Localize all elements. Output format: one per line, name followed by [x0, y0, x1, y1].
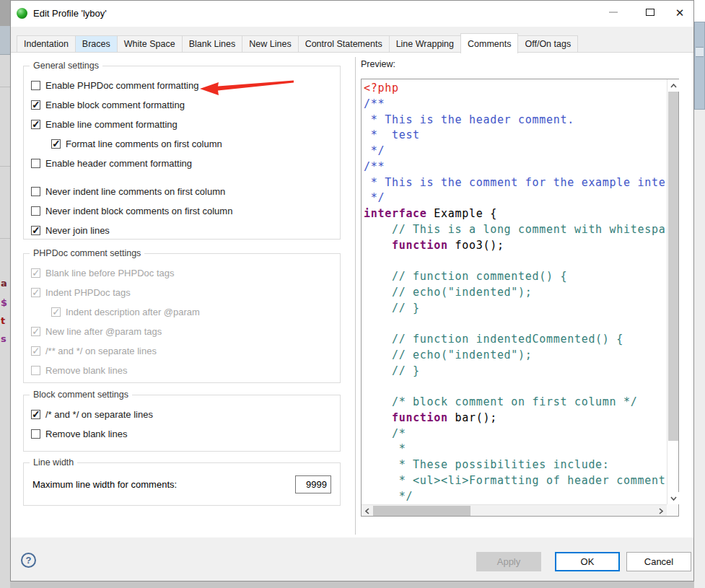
code-line: interface Example { — [364, 206, 666, 222]
tab-page-comments: General settingsEnable PHPDoc comment fo… — [11, 52, 693, 538]
line-width-label: Maximum line width for comments: — [32, 479, 177, 490]
checkbox-label: Indent PHPDoc tags — [45, 287, 131, 298]
vertical-scrollbar-thumb[interactable] — [668, 92, 678, 441]
checkbox-row-enable-header-comment-formatting[interactable]: Enable header comment formatting — [24, 154, 340, 173]
code-line: // } — [364, 301, 666, 317]
background-text-fragment: t — [1, 315, 10, 326]
unchecked-checkbox-icon[interactable] — [31, 206, 40, 216]
group-phpdoc-comment-settings: PHPDoc comment settingsBlank line before… — [23, 253, 341, 383]
checkbox-row-enable-phpdoc-comment-formatting[interactable]: Enable PHPDoc comment formatting — [24, 76, 340, 95]
code-line: function foo3(); — [364, 238, 666, 254]
checked-checkbox-icon — [51, 307, 61, 317]
checked-checkbox-icon — [31, 268, 40, 278]
tab-indentation[interactable]: Indentation — [17, 35, 76, 53]
checkbox-row-format-line-comments-on-first-column[interactable]: Format line comments on first column — [24, 134, 340, 154]
settings-panel: General settingsEnable PHPDoc comment fo… — [11, 53, 355, 538]
background-block — [0, 26, 10, 55]
background-scrollbar-thumb — [696, 47, 704, 57]
help-icon: ? — [26, 555, 32, 566]
code-line: */ — [364, 144, 666, 159]
code-line: // echo("indented"); — [364, 348, 666, 364]
tab-control-statements[interactable]: Control Statements — [298, 35, 390, 53]
code-line — [364, 253, 666, 269]
code-line: // This is a long comment with whitespac… — [364, 222, 666, 238]
checked-checkbox-icon[interactable] — [31, 120, 40, 129]
scroll-down-button[interactable] — [667, 492, 679, 504]
checkbox-row-never-join-lines[interactable]: Never join lines — [24, 221, 340, 240]
titlebar[interactable]: Edit Profile 'lyboy' ✕ — [11, 1, 693, 27]
preview-horizontal-scrollbar[interactable] — [362, 504, 667, 516]
background-block — [0, 0, 10, 26]
close-button[interactable]: ✕ — [665, 1, 694, 24]
unchecked-checkbox-icon[interactable] — [31, 187, 40, 196]
checkbox-label: Enable line comment formatting — [45, 119, 178, 130]
panel-divider — [355, 57, 356, 535]
unchecked-checkbox-icon[interactable] — [31, 81, 40, 90]
tab-comments[interactable]: Comments — [460, 33, 518, 53]
checkbox-row-never-indent-block-comments-on-first-column[interactable]: Never indent block comments on first col… — [24, 201, 340, 221]
background-line — [0, 238, 10, 239]
tab-braces[interactable]: Braces — [75, 35, 118, 53]
tab-white-space[interactable]: White Space — [117, 35, 183, 53]
unchecked-checkbox-icon[interactable] — [31, 159, 40, 168]
help-button[interactable]: ? — [21, 553, 36, 568]
checkbox-label: Blank line before PHPDoc tags — [45, 268, 174, 278]
checkbox-row-never-indent-line-comments-on-first-column[interactable]: Never indent line comments on first colu… — [24, 182, 340, 201]
window-title: Edit Profile 'lyboy' — [33, 8, 107, 19]
cancel-button[interactable]: Cancel — [626, 552, 691, 571]
checkbox-label: Never indent line comments on first colu… — [45, 186, 225, 197]
tab-blank-lines[interactable]: Blank Lines — [182, 35, 243, 53]
code-line: * This is the header comment. — [364, 113, 666, 128]
background-text-fragment: $ — [1, 297, 10, 308]
checkbox-label: Remove blank lines — [45, 365, 127, 376]
tab-bar: IndentationBracesWhite SpaceBlank LinesN… — [17, 32, 577, 53]
minimize-button[interactable] — [599, 1, 628, 24]
checkbox-row-and-on-separate-lines: /** and */ on separate lines — [24, 341, 340, 361]
minimize-icon — [609, 12, 618, 13]
maximize-button[interactable] — [636, 1, 665, 24]
code-line: /* block comment on first column */ — [364, 395, 666, 411]
ok-button[interactable]: OK — [555, 552, 620, 571]
checked-checkbox-icon — [31, 346, 40, 356]
checked-checkbox-icon[interactable] — [31, 410, 40, 419]
tab-off-on-tags[interactable]: Off/On tags — [517, 35, 578, 53]
checkbox-row-enable-block-comment-formatting[interactable]: Enable block comment formatting — [24, 95, 340, 115]
checkbox-label: Enable block comment formatting — [45, 100, 185, 110]
code-line: */ — [364, 489, 666, 504]
checked-checkbox-icon — [31, 327, 40, 336]
unchecked-checkbox-icon — [31, 366, 40, 375]
code-line: // function commented() { — [364, 269, 666, 285]
app-icon — [17, 8, 27, 19]
code-line: /* — [364, 426, 666, 442]
checkbox-row-enable-line-comment-formatting[interactable]: Enable line comment formatting — [24, 115, 340, 134]
code-line — [364, 316, 666, 332]
line-width-input[interactable] — [295, 475, 331, 493]
background-window-right-strip — [694, 0, 705, 588]
horizontal-scrollbar-thumb[interactable] — [373, 506, 470, 516]
checkbox-row-remove-blank-lines[interactable]: Remove blank lines — [24, 424, 340, 444]
tab-line-wrapping[interactable]: Line Wrapping — [389, 35, 461, 53]
checked-checkbox-icon — [31, 288, 40, 297]
checked-checkbox-icon[interactable] — [31, 226, 40, 235]
checkbox-label: Never indent block comments on first col… — [45, 206, 232, 216]
unchecked-checkbox-icon[interactable] — [31, 429, 40, 439]
code-line: // function indentedCommented() { — [364, 332, 666, 348]
tab-new-lines[interactable]: New Lines — [242, 35, 298, 53]
scroll-up-button[interactable] — [667, 79, 679, 92]
background-line — [0, 87, 10, 87]
edit-profile-dialog: Edit Profile 'lyboy' ✕ IndentationBraces… — [10, 0, 694, 582]
scroll-left-button[interactable] — [362, 505, 373, 517]
background-window-left-strip: a$ts — [0, 0, 10, 588]
checked-checkbox-icon[interactable] — [51, 139, 61, 149]
checked-checkbox-icon[interactable] — [31, 100, 40, 110]
preview-code: <?php/** * This is the header comment. *… — [362, 81, 666, 504]
preview-vertical-scrollbar[interactable] — [667, 79, 678, 504]
checkbox-label: Indent description after @param — [66, 307, 200, 317]
checkbox-label: /** and */ on separate lines — [45, 346, 157, 356]
scroll-right-button[interactable] — [655, 505, 667, 517]
footer: ? ApplyOKCancel — [11, 537, 693, 581]
screen: a$ts Edit Profile 'lyboy' ✕ IndentationB… — [0, 0, 705, 588]
checkbox-row-and-on-separate-lines[interactable]: /* and */ on separate lines — [24, 405, 340, 424]
code-line: <?php — [364, 81, 666, 97]
code-line: * This is the comment for the example in… — [364, 175, 666, 191]
